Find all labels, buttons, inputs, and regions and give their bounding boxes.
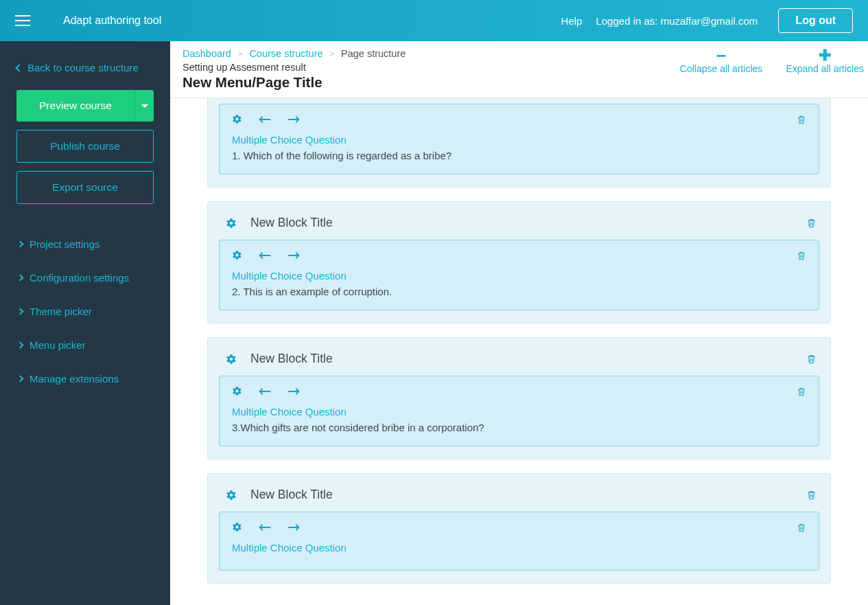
- component-card: Multiple Choice Question 3.Which gifts a…: [219, 376, 819, 446]
- component-text: 3.Which gifts are not considered bribe i…: [232, 422, 806, 433]
- scroll-area[interactable]: New Block Title Multip: [170, 98, 868, 605]
- topbar: Adapt authoring tool Help Logged in as: …: [0, 0, 868, 41]
- back-link[interactable]: Back to course structure: [16, 62, 154, 73]
- help-link[interactable]: Help: [561, 15, 583, 27]
- brand-title: Adapt authoring tool: [63, 14, 161, 27]
- gear-icon[interactable]: [232, 386, 242, 396]
- arrow-left-icon[interactable]: [259, 115, 271, 124]
- component-text: 1. Which of the following is regarded as…: [232, 150, 806, 161]
- back-link-label: Back to course structure: [27, 62, 139, 73]
- chevron-right-icon: [17, 342, 24, 349]
- content-header: Dashboard > Course structure > Page stru…: [170, 41, 868, 98]
- block-card: New Block Title Multip: [207, 201, 831, 323]
- trash-icon[interactable]: [797, 115, 806, 124]
- expand-all-button[interactable]: ✚ Expand all articles: [786, 49, 864, 74]
- user-email: muzaffar@gmail.com: [661, 15, 758, 27]
- gear-icon[interactable]: [226, 354, 237, 365]
- sidebar-item-label: Theme picker: [30, 306, 92, 317]
- component-type[interactable]: Multiple Choice Question: [232, 134, 806, 146]
- arrow-left-icon[interactable]: [259, 523, 271, 532]
- sidebar-item-label: Manage extensions: [30, 373, 119, 385]
- arrow-right-icon[interactable]: [288, 387, 300, 396]
- export-source-button[interactable]: Export source: [16, 171, 154, 204]
- logged-in-label: Logged in as: muzaffar@gmail.com: [596, 15, 758, 27]
- component-card: Multiple Choice Question 1. Which of the…: [219, 104, 819, 174]
- arrow-left-icon[interactable]: [259, 251, 271, 260]
- content: Dashboard > Course structure > Page stru…: [170, 41, 868, 605]
- trash-icon[interactable]: [806, 490, 817, 500]
- hamburger-icon[interactable]: [15, 15, 30, 26]
- sidebar-item-configuration-settings[interactable]: Configuration settings: [16, 261, 154, 295]
- preview-course-button[interactable]: Preview course: [16, 90, 134, 122]
- component-type[interactable]: Multiple Choice Question: [232, 406, 806, 418]
- gear-icon[interactable]: [232, 114, 242, 124]
- arrow-left-icon[interactable]: [259, 387, 271, 396]
- breadcrumb: Dashboard > Course structure > Page stru…: [183, 48, 680, 59]
- collapse-all-button[interactable]: − Collapse all articles: [680, 49, 763, 74]
- gear-icon[interactable]: [232, 250, 242, 260]
- block-card: New Block Title Multip: [207, 473, 831, 584]
- sidebar-item-theme-picker[interactable]: Theme picker: [16, 295, 154, 328]
- sidebar-item-label: Project settings: [30, 238, 100, 250]
- collapse-all-label: Collapse all articles: [680, 63, 763, 74]
- plus-icon: ✚: [819, 49, 831, 62]
- block-title: New Block Title: [250, 488, 793, 502]
- gear-icon[interactable]: [226, 490, 237, 501]
- sidebar-item-menu-picker[interactable]: Menu picker: [16, 328, 154, 362]
- logged-in-prefix: Logged in as:: [596, 15, 660, 27]
- expand-all-label: Expand all articles: [786, 63, 864, 74]
- block-title: New Block Title: [250, 216, 793, 230]
- sidebar-item-label: Configuration settings: [30, 272, 129, 284]
- sidebar-item-label: Menu picker: [30, 339, 86, 351]
- sidebar: Back to course structure Preview course …: [0, 41, 170, 605]
- arrow-right-icon[interactable]: [288, 251, 300, 260]
- block-card: New Block Title Multip: [207, 337, 831, 459]
- gear-icon[interactable]: [232, 522, 242, 532]
- arrow-right-icon[interactable]: [288, 523, 300, 532]
- minus-icon: −: [716, 49, 726, 62]
- publish-course-button[interactable]: Publish course: [16, 130, 154, 163]
- trash-icon[interactable]: [797, 251, 806, 260]
- chevron-right-icon: [17, 308, 24, 315]
- gear-icon[interactable]: [226, 218, 237, 229]
- block-title: New Block Title: [250, 352, 793, 366]
- caret-down-icon: [141, 104, 148, 108]
- component-card: Multiple Choice Question: [219, 512, 819, 571]
- trash-icon[interactable]: [797, 523, 806, 532]
- trash-icon[interactable]: [806, 354, 817, 364]
- component-type[interactable]: Multiple Choice Question: [232, 542, 806, 553]
- chevron-right-icon: [17, 376, 24, 383]
- sidebar-item-project-settings[interactable]: Project settings: [16, 227, 154, 261]
- crumb-course-structure[interactable]: Course structure: [249, 48, 322, 59]
- trash-icon[interactable]: [797, 387, 806, 396]
- component-type[interactable]: Multiple Choice Question: [232, 270, 806, 282]
- crumb-sep: >: [238, 49, 242, 58]
- component-text: 2. This is an example of corruption.: [232, 286, 806, 297]
- chevron-left-icon: [15, 64, 23, 71]
- logout-button[interactable]: Log out: [778, 8, 853, 33]
- component-card: Multiple Choice Question 2. This is an e…: [219, 240, 819, 310]
- side-nav: Project settings Configuration settings …: [16, 227, 154, 396]
- chevron-right-icon: [17, 241, 24, 248]
- crumb-sep: >: [330, 49, 334, 58]
- preview-course-dropdown[interactable]: [134, 90, 154, 122]
- page-subtitle: Setting up Assesment result: [183, 62, 680, 73]
- page-title: New Menu/Page Title: [183, 74, 680, 91]
- crumb-current: Page structure: [341, 48, 406, 59]
- sidebar-item-manage-extensions[interactable]: Manage extensions: [16, 362, 154, 396]
- crumb-dashboard[interactable]: Dashboard: [183, 48, 231, 59]
- trash-icon[interactable]: [806, 218, 817, 228]
- arrow-right-icon[interactable]: [288, 115, 300, 124]
- block-card: New Block Title Multip: [207, 98, 831, 187]
- chevron-right-icon: [17, 275, 24, 282]
